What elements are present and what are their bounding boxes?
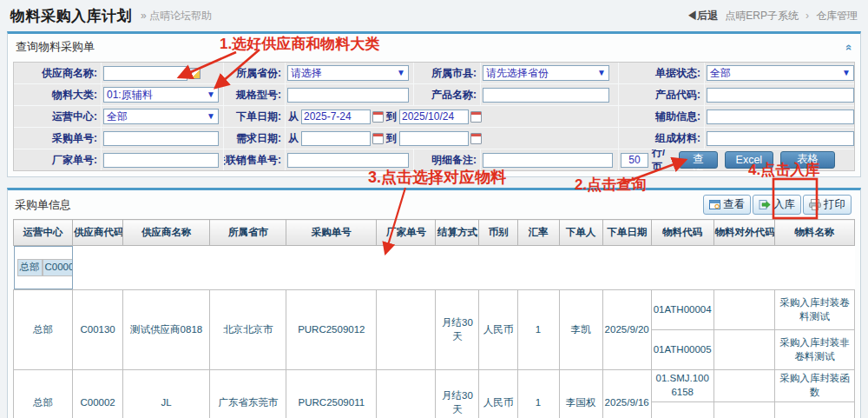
operation-center-select[interactable]: 全部▼ <box>103 109 219 124</box>
collapse-icon[interactable]: « <box>843 43 856 50</box>
back-icon: ◀ <box>687 10 697 22</box>
material-category-select[interactable]: 01:原辅料▼ <box>103 87 219 103</box>
demand-date-to-input[interactable] <box>399 131 469 146</box>
city-select[interactable]: 请先选择省份▼ <box>483 65 609 81</box>
breadcrumb-app[interactable]: 点晴ERP子系统 <box>725 9 799 23</box>
table-cell[interactable]: 人民币 <box>479 370 517 418</box>
factory-no-input[interactable] <box>103 153 219 168</box>
product-code-input[interactable] <box>707 88 854 103</box>
table-cell[interactable]: C00130 <box>73 290 123 370</box>
table-cell[interactable] <box>774 402 854 418</box>
calendar-icon[interactable] <box>470 133 482 144</box>
demand-date-from-input[interactable] <box>301 131 371 146</box>
table-cell[interactable]: 01ATH00004 <box>651 290 713 330</box>
order-date-to-input[interactable] <box>399 109 469 124</box>
table-cell[interactable]: 总部 <box>14 290 73 370</box>
breadcrumb: ◀后退 点晴ERP子系统 › 仓库管理 <box>687 9 858 23</box>
calendar-icon[interactable] <box>372 133 384 144</box>
table-cell[interactable]: 采购入库封装非卷料测试 <box>774 330 854 370</box>
view-button[interactable]: 查看 <box>703 195 751 215</box>
product-name-input[interactable] <box>483 88 609 103</box>
annotation-step4: 4.点击入库 <box>748 160 819 180</box>
doc-status-value: 全部 <box>710 66 731 81</box>
table-cell[interactable]: 广东省东莞市 <box>210 370 286 418</box>
supplier-name-input[interactable] <box>103 66 187 81</box>
table-cell[interactable]: 1 <box>517 290 559 370</box>
calendar-icon[interactable] <box>470 111 482 123</box>
table-cell[interactable]: 01ATH00005 <box>651 330 713 370</box>
table-cell[interactable]: 月结30天 <box>436 290 479 370</box>
orders-table: 运营中心 供应商代码 供应商名称 所属省市 采购单号 厂家单号 结算方式 币别 … <box>13 219 855 418</box>
table-cell[interactable] <box>713 290 774 330</box>
filter-form: 供应商名称: 所属省份: 请选择▼ 所属市县: 请先选择省份▼ 单据状态: 全部… <box>13 62 855 171</box>
table-cell[interactable]: 北京北京市 <box>210 290 286 370</box>
table-cell[interactable]: JL <box>123 370 210 418</box>
stock-in-icon <box>759 199 771 210</box>
order-date-to-label: 到 <box>385 109 398 124</box>
col-currency: 币别 <box>479 220 517 246</box>
view-button-label: 查看 <box>723 197 745 212</box>
orders-toolbar: 查看 入库 打印 <box>703 195 853 215</box>
province-label: 所属省份: <box>224 63 285 83</box>
table-row[interactable]: 总部 C00130 测试供应商0818 北京北京市 PURC2509012 月结… <box>14 290 855 330</box>
purchase-no-field <box>102 128 223 149</box>
calendar-icon[interactable] <box>372 111 384 123</box>
table-row[interactable]: 总部 C00002 JL 广东省东莞市 PURC2509011 月结30天 人民… <box>14 370 855 402</box>
province-value: 请选择 <box>291 66 322 81</box>
operation-center-field: 全部▼ <box>102 106 223 127</box>
table-cell[interactable]: 总部 <box>14 370 73 418</box>
table-cell[interactable]: 李国权 <box>559 370 602 418</box>
table-cell[interactable]: C00002 <box>43 259 73 276</box>
table-cell[interactable]: 人民币 <box>479 290 517 370</box>
back-button[interactable]: ◀后退 <box>687 9 718 23</box>
table-cell[interactable] <box>713 402 774 418</box>
col-settlement: 结算方式 <box>436 220 479 246</box>
table-cell[interactable]: 1 <box>517 370 559 418</box>
forum-help-link[interactable]: » 点晴论坛帮助 <box>141 9 212 23</box>
purchase-no-input[interactable] <box>103 131 219 146</box>
table-cell[interactable]: C00002 <box>73 370 123 418</box>
materials-input[interactable] <box>707 131 854 146</box>
detail-note-input[interactable] <box>483 153 613 168</box>
province-select[interactable]: 请选择▼ <box>287 65 409 81</box>
table-cell[interactable]: 2025/9/20 <box>602 290 651 370</box>
sales-order-no-input[interactable] <box>287 153 409 168</box>
col-province-city: 所属省市 <box>210 220 286 246</box>
order-date-field: 从 到 <box>286 106 618 127</box>
print-button[interactable]: 打印 <box>803 195 852 215</box>
doc-status-select[interactable]: 全部▼ <box>707 65 854 81</box>
table-cell[interactable]: 李凯 <box>559 290 602 370</box>
city-field: 请先选择省份▼ <box>481 63 618 83</box>
factory-no-label: 厂家单号: <box>14 149 101 170</box>
back-label: 后退 <box>697 10 718 22</box>
annotation-step3: 3.点击选择对应物料 <box>368 167 506 188</box>
page-size-input[interactable] <box>621 153 648 168</box>
orders-panel-header: 采购单信息 查看 入库 打印 <box>8 190 860 219</box>
table-cell[interactable]: 2025/9/16 <box>602 370 651 418</box>
col-supplier-code: 供应商代码 <box>73 220 123 246</box>
table-cell[interactable]: PURC2509012 <box>286 290 377 370</box>
table-cell[interactable] <box>377 370 436 418</box>
table-cell[interactable]: 采购入库封装函数 <box>774 370 854 402</box>
table-cell[interactable] <box>713 370 774 402</box>
order-date-from-input[interactable] <box>301 109 371 124</box>
topbar: 物料采购入库计划 » 点晴论坛帮助 ◀后退 点晴ERP子系统 › 仓库管理 <box>0 0 868 31</box>
annotation-step1: 1.选好供应商和物料大类 <box>220 34 379 54</box>
table-cell[interactable] <box>377 290 436 370</box>
table-cell[interactable] <box>651 402 713 418</box>
table-cell[interactable]: 采购入库封装卷料测试 <box>774 290 854 330</box>
table-row-selected[interactable]: 总部 C00002 JL 广东省东莞市 PURC2509013 月结30天 人民… <box>14 246 73 289</box>
table-cell[interactable]: PURC2509011 <box>286 370 377 418</box>
table-cell[interactable]: 测试供应商0818 <box>123 290 210 370</box>
materials-label: 组成材料: <box>619 128 704 149</box>
table-cell[interactable]: 月结30天 <box>436 370 479 418</box>
stock-in-button[interactable]: 入库 <box>753 195 801 215</box>
picker-icon[interactable] <box>189 68 201 79</box>
query-button[interactable]: 查询 <box>679 151 717 169</box>
table-cell[interactable]: 01.SMJ.1006158 <box>651 370 713 402</box>
aux-info-input[interactable] <box>707 109 854 124</box>
breadcrumb-section[interactable]: 仓库管理 <box>816 9 858 23</box>
table-cell[interactable] <box>713 330 774 370</box>
spec-model-input[interactable] <box>287 88 409 103</box>
table-cell[interactable]: 总部 <box>17 259 43 276</box>
